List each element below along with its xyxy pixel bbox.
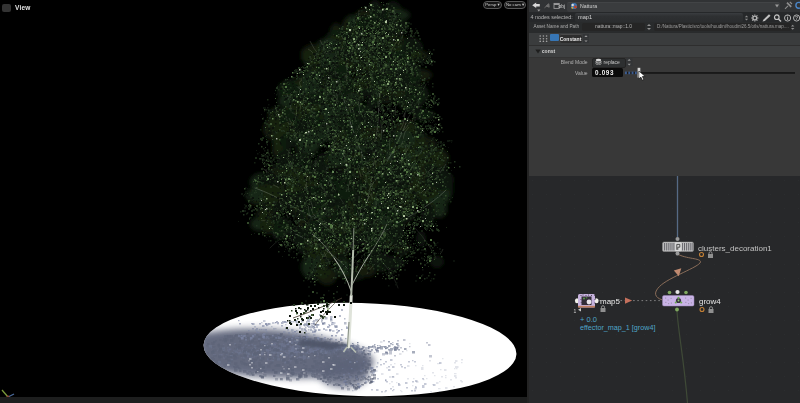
svg-text:1: 1 (574, 308, 577, 314)
svg-text:grow4: grow4 (699, 297, 721, 306)
svg-text:clusters_decoration1: clusters_decoration1 (698, 244, 772, 253)
svg-text:map5: map5 (600, 297, 621, 306)
svg-text:effector_map_1 [grow4]: effector_map_1 [grow4] (580, 323, 655, 332)
svg-text:?: ? (795, 15, 798, 21)
